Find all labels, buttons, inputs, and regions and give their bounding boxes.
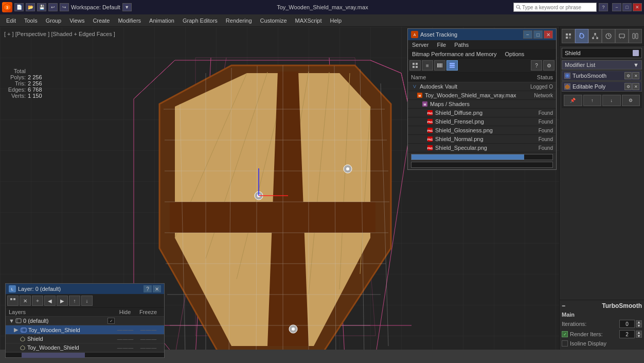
turbosmooth-modifier[interactable]: TurboSmooth ⚙ ✕ [562, 71, 642, 81]
new-btn[interactable]: 📄 [14, 3, 24, 11]
layer-bottom-scrollbar-thumb[interactable] [22, 353, 85, 358]
svg-rect-93 [450, 63, 455, 64]
utilities-icon-btn[interactable] [629, 29, 642, 43]
layer-row-shield[interactable]: Shield — — — — — — [6, 335, 164, 343]
search-box[interactable] [513, 3, 597, 12]
asset-close-btn[interactable]: ✕ [544, 30, 553, 39]
menu-edit[interactable]: Edit [2, 16, 20, 25]
asset-submenu-options[interactable]: Options [500, 50, 528, 58]
modify-icon-btn[interactable] [575, 29, 588, 43]
layer-delete-btn[interactable]: ✕ [20, 296, 31, 306]
asset-submenu-bitmap[interactable]: Bitmap Performance and Memory [408, 50, 500, 58]
menu-modifiers[interactable]: Modifiers [114, 16, 145, 25]
menu-animation[interactable]: Animation [145, 16, 178, 25]
ts-iterations-down[interactable]: ▼ [636, 324, 642, 327]
ts-render-iters-checkbox[interactable]: ✓ [562, 331, 568, 337]
asset-minimize-btn[interactable]: − [523, 30, 532, 39]
turbosmooth-collapse-icon[interactable]: − [562, 302, 565, 309]
object-color-swatch[interactable] [633, 50, 639, 56]
ts-iterations-value[interactable]: 0 [619, 320, 635, 328]
open-btn[interactable]: 📂 [26, 3, 35, 11]
redo-btn[interactable]: ↪ [60, 3, 69, 11]
layer-move-down-btn[interactable]: ↓ [81, 296, 93, 306]
asset-view-btn3[interactable] [434, 60, 445, 71]
asset-menu-paths[interactable]: Paths [450, 40, 473, 49]
modifier-tool-row: 📌 ↑ ↓ ⚙ [562, 92, 642, 108]
help-icon-btn[interactable]: ? [599, 3, 608, 11]
undo-btn[interactable]: ↩ [48, 3, 58, 11]
menu-graph-editors[interactable]: Graph Editors [178, 16, 222, 25]
menu-group[interactable]: Group [42, 16, 66, 25]
layer-move-left-btn[interactable]: ◀ [44, 296, 56, 306]
workspace-dropdown-btn[interactable]: ▼ [122, 3, 132, 11]
layer-row-default[interactable]: ▼ 0 (default) ✓ [6, 317, 164, 325]
display-icon-btn[interactable] [615, 29, 629, 43]
asset-row-vault[interactable]: V Autodesk Vault Logged O [408, 82, 556, 91]
asset-help-btn[interactable]: ? [531, 60, 542, 71]
layer-move-right-btn[interactable]: ▶ [57, 296, 68, 306]
menu-rendering[interactable]: Rendering [222, 16, 256, 25]
create-icon-btn[interactable] [562, 29, 575, 43]
layer-new-btn[interactable] [7, 296, 19, 306]
asset-rows-container[interactable]: V Autodesk Vault Logged O M Toy_Wooden_S… [408, 82, 556, 152]
asset-view-btn2[interactable]: ≡ [422, 60, 433, 71]
asset-row-specular[interactable]: PNG Shield_Specular.png Found [408, 144, 556, 152]
move-down-btn[interactable]: ↓ [602, 95, 621, 106]
turbosmooth-settings-btn[interactable]: ⚙ [624, 72, 632, 79]
svg-text:3: 3 [6, 6, 8, 9]
modifier-list-dropdown[interactable]: Modifier List ▼ [562, 60, 642, 70]
minimize-btn[interactable]: − [612, 3, 621, 11]
menu-help[interactable]: Help [326, 16, 346, 25]
layer-row-toy-shield[interactable]: ▶ Toy_Wooden_Shield — — — — — — [6, 325, 164, 335]
layer-move-up-btn[interactable]: ↑ [69, 296, 80, 306]
asset-row-normal[interactable]: PNG Shield_Normal.png Found [408, 135, 556, 144]
layer-close-btn[interactable]: ✕ [153, 285, 161, 292]
layer-row-expand-toy[interactable]: ▶ [14, 326, 20, 333]
edges-val: 6 768 [28, 87, 42, 93]
ts-isoline-checkbox[interactable] [562, 340, 568, 347]
ts-render-iters-down[interactable]: ▼ [636, 334, 642, 338]
maximize-btn[interactable]: □ [622, 3, 632, 11]
menu-customize[interactable]: Customize [256, 16, 291, 25]
motion-icon-btn[interactable] [602, 29, 615, 43]
asset-menu-file[interactable]: File [433, 40, 450, 49]
ts-render-iters-up[interactable]: ▲ [636, 331, 642, 334]
menu-tools[interactable]: Tools [20, 16, 42, 25]
asset-settings-btn[interactable]: ⚙ [543, 60, 554, 71]
ts-iterations-up[interactable]: ▲ [636, 320, 642, 324]
svg-line-16 [175, 73, 247, 238]
svg-text:M: M [419, 94, 421, 97]
layer-add-btn[interactable]: ＋ [32, 296, 43, 306]
pin-btn[interactable]: 📌 [564, 95, 582, 106]
asset-row-glossiness[interactable]: PNG Shield_Glossiness.png Found [408, 126, 556, 135]
move-up-btn[interactable]: ↑ [583, 95, 602, 106]
layer-help-btn[interactable]: ? [144, 285, 152, 292]
asset-maximize-btn[interactable]: □ [533, 30, 543, 39]
layer-scroll-area[interactable]: ▼ 0 (default) ✓ ▶ Toy_Wooden_Shield — — … [6, 317, 164, 352]
asset-view-btn4[interactable] [446, 60, 458, 71]
hierarchy-icon-btn[interactable] [588, 29, 602, 43]
asset-row-max-file[interactable]: M Toy_Wooden_Shield_max_vray.max Network [408, 91, 556, 100]
save-btn[interactable]: 💾 [37, 3, 46, 11]
ts-render-iters-value[interactable]: 2 [619, 330, 635, 338]
layer-row-check-default[interactable]: ✓ [108, 318, 115, 324]
asset-view-btn1[interactable] [409, 60, 421, 71]
config-btn[interactable]: ⚙ [622, 95, 640, 106]
menu-views[interactable]: Views [65, 16, 88, 25]
menu-maxscript[interactable]: MAXScript [291, 16, 326, 25]
editable-poly-modifier[interactable]: Editable Poly ⚙ ✕ [562, 81, 642, 92]
editable-poly-delete-btn[interactable]: ✕ [632, 83, 639, 90]
layer-bottom-scrollbar[interactable] [6, 352, 164, 357]
workspace-selector[interactable]: Workspace: Default [71, 4, 120, 10]
asset-row-frensel[interactable]: PNG Shield_Frensel.png Found [408, 117, 556, 126]
asset-menu-server[interactable]: Server [408, 40, 433, 49]
layer-row-toy-wooden[interactable]: Toy_Wooden_Shield — — — — — — [6, 343, 164, 352]
layer-row-expand-default[interactable]: ▼ [9, 318, 15, 324]
search-input[interactable] [522, 5, 594, 10]
turbosmooth-delete-btn[interactable]: ✕ [632, 72, 639, 79]
editable-poly-settings-btn[interactable]: ⚙ [624, 83, 632, 90]
menu-create[interactable]: Create [88, 16, 114, 25]
close-btn[interactable]: ✕ [633, 3, 642, 11]
asset-row-maps[interactable]: M Maps / Shaders [408, 100, 556, 109]
asset-row-diffuse[interactable]: PNG Shield_Diffuse.png Found [408, 109, 556, 117]
